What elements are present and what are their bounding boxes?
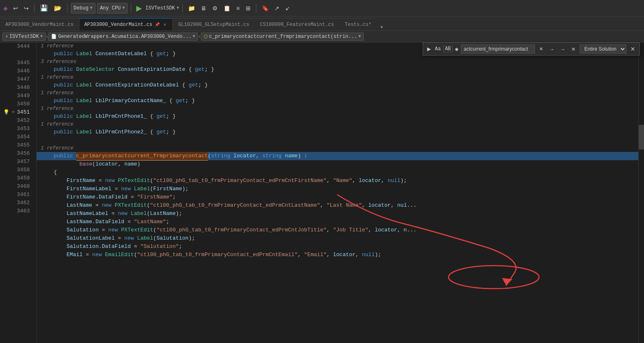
find-next-btn[interactable]: → — [558, 45, 567, 53]
ln-3449: 3449 — [17, 92, 30, 100]
toolbar-misc-4[interactable]: 📋 — [221, 4, 232, 13]
code-line-3452: base ( locator , name ) — [37, 160, 638, 168]
line-num-3459: 3459 — [3, 174, 31, 182]
line-num-3463: 3463 — [3, 207, 31, 215]
nav-method[interactable]: ⬡ c_primarycontactcurrent_frmprimarycont… — [201, 33, 364, 41]
tab-label-2: AP303000_VendorMaint.cs — [84, 22, 153, 28]
ref-line-3446: 1 reference — [37, 74, 638, 81]
save-btn[interactable]: 💾 — [38, 3, 50, 13]
wrapper-icon: 📄 — [51, 34, 57, 39]
line-num-3445: 3445 — [3, 59, 31, 67]
toolbar-misc-1[interactable]: 📁 — [186, 4, 197, 13]
redo-btn[interactable]: ↪ — [22, 4, 31, 13]
ln-3456: 3456 — [17, 149, 30, 158]
toolbar-misc-3[interactable]: ⚙ — [210, 4, 220, 13]
nav-project[interactable]: ⚡ ISVTestSDK ▼ — [2, 33, 46, 41]
code-line-3453: { — [37, 168, 638, 177]
line-num-3454: 3454 — [3, 133, 31, 141]
line-ref-above-3444 — [3, 51, 31, 59]
line-num-3455: 3455 — [3, 141, 31, 149]
ln-3448: 3448 — [17, 84, 30, 92]
undo-btn[interactable]: ↩ — [11, 4, 20, 13]
ln-3453: 3453 — [17, 125, 30, 133]
tab-close-2[interactable]: ✕ — [162, 21, 167, 28]
toolbar-misc-8[interactable]: ↗ — [272, 4, 281, 13]
nav-method-label: c_primarycontactcurrent_frmprimarycontac… — [209, 34, 357, 40]
nav-method-arrow: ▼ — [358, 34, 361, 39]
line-num-3462: 3462 — [3, 199, 31, 207]
sep5 — [256, 4, 256, 13]
find-bar-expand[interactable]: ▶ — [425, 45, 432, 53]
code-line-3454: FirstName = new PXTextEdit ( "ctl00_phG_… — [37, 177, 638, 185]
ref-line-3449: 1 reference — [37, 121, 638, 128]
nav-sep-1: › — [46, 34, 49, 39]
find-bar: ▶ Aa AB ✱ ✕ → → ✕ Entire Solution ✕ — [423, 42, 640, 56]
ln-3458: 3458 — [17, 166, 30, 174]
code-editor[interactable]: 1 reference public Label ConsentDateLabe… — [37, 42, 638, 343]
tabs-row: AP303000_VendorMaint.cs AP303000_VendorM… — [0, 16, 644, 31]
code-line-3462: Salutation . DataField = "Salutation" ; — [37, 243, 638, 251]
tab-ap303000-2[interactable]: AP303000_VendorMaint.cs 📌 ✕ — [79, 18, 173, 30]
cpu-label: Any CPU — [100, 5, 121, 11]
scrollbar-track[interactable] — [638, 42, 644, 343]
ln-3446: 3446 — [17, 67, 30, 75]
code-line-3446: public Label ConsentExpirationDateLabel … — [37, 81, 638, 89]
find-close-x[interactable]: ✕ — [570, 45, 577, 53]
ln-3454: 3454 — [17, 133, 30, 141]
ln-3450: 3450 — [17, 100, 30, 108]
nav-wrapper[interactable]: 📄 GeneratedWrappers.Acumatica.AP303000_V… — [48, 33, 198, 41]
ln-3451: 3451 — [17, 108, 30, 117]
toolbar-misc-5[interactable]: ≡ — [234, 4, 242, 13]
line-num-3447: 3447 — [3, 75, 31, 84]
find-input[interactable] — [461, 44, 535, 54]
open-btn[interactable]: 📂 — [52, 3, 64, 13]
ln-3457: 3457 — [17, 158, 30, 166]
run-arrow: ▼ — [177, 6, 179, 10]
tab-overflow-btn[interactable]: ▾ — [377, 23, 387, 30]
line-num-3461: 3461 — [3, 191, 31, 199]
editor-container: 3444 3445 3446 3447 3448 3449 3450 — [0, 42, 644, 343]
line-num-3453: 3453 — [3, 125, 31, 133]
tab-label-1: AP303000_VendorMaint.cs — [5, 22, 74, 28]
scrollbar-thumb[interactable] — [639, 125, 644, 149]
code-line-3451: public c_primarycontactcurrent_frmprimar… — [37, 152, 638, 160]
find-prev-btn[interactable]: → — [547, 45, 556, 53]
find-label-star: ✱ — [455, 46, 458, 53]
line-num-3448: 3448 — [3, 84, 31, 92]
code-line-3460: Salutation = new PXTextEdit ( "ctl00_phG… — [37, 226, 638, 234]
line-num-ref-3444: 3444 — [3, 42, 31, 51]
tab-label-4: CS100000_FeaturesMaint.cs — [260, 22, 334, 28]
nav-bar: ⚡ ISVTestSDK ▼ › 📄 GeneratedWrappers.Acu… — [0, 31, 644, 42]
cpu-dropdown[interactable]: Any CPU ▼ — [97, 3, 128, 14]
vs-icon: ◈ — [3, 4, 8, 13]
run-button[interactable]: ▶ — [135, 3, 144, 14]
find-scope-dropdown[interactable]: Entire Solution — [580, 44, 626, 54]
cpu-arrow: ▼ — [122, 6, 125, 10]
tab-tests[interactable]: Tests.cs* — [339, 18, 377, 30]
toolbar-misc-2[interactable]: 🖥 — [199, 4, 209, 13]
tab-ap303000-1[interactable]: AP303000_VendorMaint.cs — [0, 18, 79, 30]
toolbar-misc-6[interactable]: ⊞ — [244, 4, 253, 13]
line-num-3444: 3444 — [17, 42, 30, 51]
find-panel-close[interactable]: ✕ — [629, 45, 637, 53]
debug-dropdown[interactable]: Debug ▼ — [71, 3, 95, 14]
find-close-btn[interactable]: ✕ — [537, 45, 545, 53]
sep2 — [67, 4, 67, 13]
tab-gl102000[interactable]: GL102000_GLSetupMaint.cs — [173, 18, 255, 30]
line-num-3457: 3457 — [3, 158, 31, 166]
tab-cs100000[interactable]: CS100000_FeaturesMaint.cs — [255, 18, 339, 30]
line-num-3456: 3456 — [3, 149, 31, 158]
code-line-3459: LastName . DataField = "LastName" ; — [37, 218, 638, 226]
ln-3447: 3447 — [17, 75, 30, 84]
tab-label-5: Tests.cs* — [345, 22, 372, 28]
toolbar-misc-7[interactable]: 🔖 — [260, 4, 271, 13]
bulb-icon-3451[interactable]: 💡 — [3, 108, 9, 117]
code-line-3455: FirstNameLabel = new Label ( FirstName )… — [37, 185, 638, 193]
code-line-3449: public Label LblPrmCntPhone2_ { get ; } — [37, 128, 638, 136]
line-num-3450: 3450 — [3, 100, 31, 108]
toolbar-misc-9[interactable]: ↙ — [283, 4, 292, 13]
collapse-3451[interactable]: ⊖ — [12, 108, 14, 117]
code-line-3447: public Label LblPrimaryContactName_ { ge… — [37, 97, 638, 105]
nav-sep-2: › — [198, 34, 201, 39]
ln-3445: 3445 — [17, 59, 30, 67]
